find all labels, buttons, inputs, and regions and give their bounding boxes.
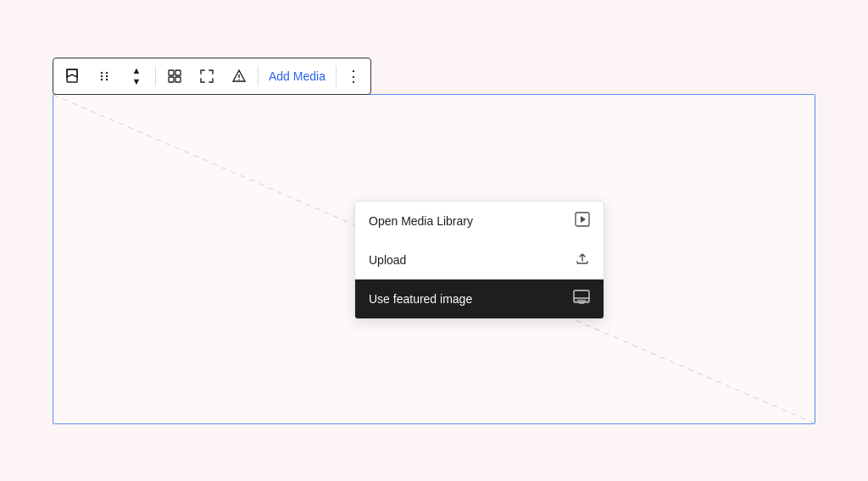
svg-point-3	[101, 75, 103, 76]
open-media-library-label: Open Media Library	[369, 214, 473, 228]
fullscreen-button[interactable]	[192, 61, 222, 91]
grid-view-button[interactable]	[159, 61, 190, 91]
upload-icon	[575, 251, 590, 269]
svg-point-5	[101, 78, 103, 80]
more-icon: ⋮	[346, 67, 361, 86]
menu-item-open-media-library[interactable]: Open Media Library	[355, 202, 604, 240]
upload-label: Upload	[369, 253, 406, 267]
svg-rect-7	[169, 70, 174, 75]
featured-image-icon	[573, 290, 590, 308]
block-toolbar: ▲ ▼ Add Media	[53, 58, 371, 95]
content-block[interactable]: Write title... Open Media Library Upload	[53, 94, 815, 424]
toolbar-divider-1	[155, 66, 156, 86]
toolbar-divider-2	[258, 66, 259, 86]
toolbar-divider-3	[336, 66, 337, 86]
open-media-library-icon	[575, 212, 590, 230]
warning-icon	[232, 69, 246, 83]
expand-icon	[200, 69, 214, 83]
up-down-arrows-icon: ▲ ▼	[132, 65, 142, 86]
grid-icon	[168, 69, 181, 83]
svg-rect-9	[169, 77, 174, 82]
media-dropdown: Open Media Library Upload	[354, 201, 604, 319]
move-up-down-button[interactable]: ▲ ▼	[121, 61, 152, 91]
svg-point-2	[106, 71, 108, 73]
bookmark-icon	[65, 69, 79, 84]
menu-item-upload[interactable]: Upload	[355, 240, 604, 279]
drag-handle-button[interactable]	[89, 61, 120, 91]
svg-point-1	[101, 71, 103, 73]
menu-item-use-featured-image[interactable]: Use featured image	[355, 279, 604, 318]
warning-button[interactable]	[224, 61, 254, 91]
use-featured-image-label: Use featured image	[369, 292, 472, 306]
svg-marker-15	[581, 216, 586, 223]
svg-rect-8	[175, 70, 181, 75]
bookmark-button[interactable]	[57, 61, 87, 91]
add-media-button[interactable]: Add Media	[262, 61, 332, 91]
svg-point-12	[238, 79, 240, 80]
drag-icon	[98, 70, 110, 82]
more-options-button[interactable]: ⋮	[340, 61, 367, 91]
svg-rect-10	[175, 77, 181, 82]
svg-point-4	[106, 75, 108, 76]
editor-area: ▲ ▼ Add Media	[53, 58, 815, 424]
svg-point-6	[106, 78, 108, 80]
